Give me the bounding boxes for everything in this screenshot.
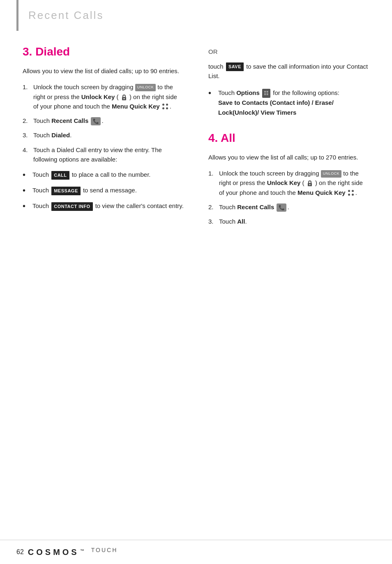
contact-info-badge: CONTACT INFO bbox=[51, 202, 92, 211]
step-4-1: 1. Unlock the touch screen by dragging U… bbox=[208, 169, 369, 197]
page-header: Recent Calls bbox=[16, 0, 376, 31]
step-3-4: 4. Touch a Dialed Call entry to view the… bbox=[23, 145, 184, 164]
step-text: Touch Recent Calls 📞 . bbox=[219, 202, 289, 212]
step-text: Unlock the touch screen by dragging UNLO… bbox=[33, 82, 184, 111]
page-title: Recent Calls bbox=[28, 9, 104, 21]
bullet-dot: • bbox=[23, 170, 28, 180]
bullet-text: Touch MESSAGE to send a message. bbox=[32, 185, 137, 195]
svg-text:📞: 📞 bbox=[279, 204, 285, 210]
message-badge: MESSAGE bbox=[51, 187, 81, 195]
footer-page-number: 62 bbox=[16, 547, 24, 557]
svg-point-1 bbox=[123, 98, 125, 99]
menu-quick-key-icon bbox=[162, 104, 169, 110]
bullet-call: • Touch CALL to place a call to the numb… bbox=[23, 170, 184, 180]
footer-brand: COSMOS™ TOUCH bbox=[28, 546, 118, 558]
unlock-badge: UNLOCK bbox=[135, 84, 156, 91]
step-text: Touch Dialed. bbox=[33, 130, 71, 140]
section3-bullets: • Touch CALL to place a call to the numb… bbox=[23, 170, 184, 211]
step-text: Touch a Dialed Call entry to view the en… bbox=[33, 145, 184, 164]
step-4-3: 3. Touch All. bbox=[208, 217, 369, 226]
save-text: touch SAVE to save the call information … bbox=[208, 62, 369, 81]
section4-steps: 1. Unlock the touch screen by dragging U… bbox=[208, 169, 369, 226]
bullet-contact-info: • Touch CONTACT INFO to view the caller'… bbox=[23, 201, 184, 211]
step-3-2: 2. Touch Recent Calls 📞 . bbox=[23, 116, 184, 125]
bullet-dot: • bbox=[23, 185, 28, 195]
bullet-dot: • bbox=[208, 88, 214, 98]
bullet-text: Touch CALL to place a call to the number… bbox=[32, 170, 150, 180]
left-column: 3. Dialed Allows you to view the list of… bbox=[0, 43, 196, 232]
recent-calls-icon: 📞 bbox=[277, 203, 286, 212]
or-divider: OR bbox=[208, 47, 369, 57]
call-badge: CALL bbox=[51, 171, 69, 180]
unlock-key-icon bbox=[307, 180, 313, 187]
page: Recent Calls 3. Dialed Allows you to vie… bbox=[0, 0, 392, 564]
unlock-badge: UNLOCK bbox=[321, 170, 342, 178]
save-badge: SAVE bbox=[226, 62, 244, 71]
section3-steps: 1. Unlock the touch screen by dragging U… bbox=[23, 82, 184, 164]
brand-touch: TOUCH bbox=[91, 547, 118, 553]
svg-text:📞: 📞 bbox=[93, 118, 99, 124]
svg-point-5 bbox=[309, 184, 310, 185]
bullet-dot: • bbox=[23, 201, 28, 211]
section3-title: 3. Dialed bbox=[23, 43, 184, 60]
bullet-options: • Touch Options ☷ for the following opti… bbox=[208, 88, 369, 117]
menu-quick-key-icon bbox=[348, 190, 355, 196]
step-3-3: 3. Touch Dialed. bbox=[23, 130, 184, 140]
page-footer: 62 COSMOS™ TOUCH bbox=[0, 540, 392, 564]
step-text: Touch Recent Calls 📞 . bbox=[33, 116, 104, 125]
step-num: 3. bbox=[23, 130, 30, 140]
section3-intro: Allows you to view the list of dialed ca… bbox=[23, 66, 184, 76]
two-column-layout: 3. Dialed Allows you to view the list of… bbox=[0, 43, 392, 232]
step-text: Unlock the touch screen by dragging UNLO… bbox=[219, 169, 369, 197]
section4-title: 4. All bbox=[208, 129, 369, 147]
options-bullets: • Touch Options ☷ for the following opti… bbox=[208, 88, 369, 117]
right-column: OR touch SAVE to save the call informati… bbox=[196, 43, 392, 232]
step-num: 1. bbox=[23, 82, 30, 92]
brand-cosmos: COSMOS bbox=[28, 548, 79, 557]
bullet-text: Touch CONTACT INFO to view the caller's … bbox=[32, 201, 184, 211]
section4: 4. All Allows you to view the list of al… bbox=[208, 129, 369, 227]
bullet-text: Touch Options ☷ for the following option… bbox=[218, 88, 369, 117]
step-num: 4. bbox=[23, 145, 30, 155]
step-num: 3. bbox=[208, 217, 216, 226]
options-icon: ☷ bbox=[262, 89, 270, 98]
step-4-2: 2. Touch Recent Calls 📞 . bbox=[208, 202, 369, 212]
step-3-1: 1. Unlock the touch screen by dragging U… bbox=[23, 82, 184, 111]
step-num: 1. bbox=[208, 169, 216, 178]
bullet-message: • Touch MESSAGE to send a message. bbox=[23, 185, 184, 195]
step-text: Touch All. bbox=[219, 217, 247, 226]
recent-calls-icon: 📞 bbox=[91, 117, 101, 125]
unlock-key-icon bbox=[121, 94, 127, 101]
section4-intro: Allows you to view the list of all calls… bbox=[208, 153, 369, 162]
step-num: 2. bbox=[23, 116, 30, 125]
step-num: 2. bbox=[208, 202, 216, 212]
